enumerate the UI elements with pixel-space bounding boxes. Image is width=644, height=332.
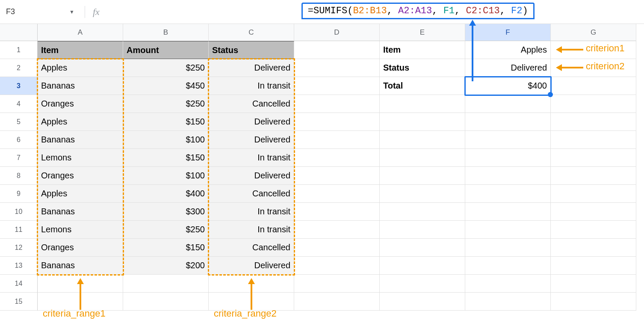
cell-F8[interactable]	[465, 167, 551, 185]
cell-F1[interactable]: Apples	[465, 41, 551, 59]
cell-D11[interactable]	[294, 221, 380, 239]
cell-B1[interactable]: Amount	[123, 41, 209, 59]
cell-E3[interactable]: Total	[380, 77, 465, 95]
cell-D2[interactable]	[294, 59, 380, 77]
cell-D15[interactable]	[294, 293, 380, 311]
cell-G14[interactable]	[551, 275, 636, 293]
cell-G4[interactable]	[551, 95, 636, 113]
cell-G15[interactable]	[551, 293, 636, 311]
cell-B4[interactable]: $250	[123, 95, 209, 113]
row-header-11[interactable]: 11	[0, 221, 38, 239]
cell-D8[interactable]	[294, 167, 380, 185]
cell-B15[interactable]	[123, 293, 209, 311]
cell-C7[interactable]: In transit	[209, 149, 294, 167]
row-header-3[interactable]: 3	[0, 77, 38, 95]
cell-A1[interactable]: Item	[38, 41, 123, 59]
cell-E2[interactable]: Status	[380, 59, 465, 77]
cell-C2[interactable]: Delivered	[209, 59, 294, 77]
cell-D13[interactable]	[294, 257, 380, 275]
cell-E11[interactable]	[380, 221, 465, 239]
cell-E10[interactable]	[380, 203, 465, 221]
row-header-9[interactable]: 9	[0, 185, 38, 203]
cell-B6[interactable]: $100	[123, 131, 209, 149]
cell-B12[interactable]: $150	[123, 239, 209, 257]
cell-F2[interactable]: Delivered	[465, 59, 551, 77]
cell-D5[interactable]	[294, 113, 380, 131]
row-header-12[interactable]: 12	[0, 239, 38, 257]
cell-C11[interactable]: In transit	[209, 221, 294, 239]
cell-F7[interactable]	[465, 149, 551, 167]
cell-F9[interactable]	[465, 185, 551, 203]
cell-A3[interactable]: Bananas	[38, 77, 123, 95]
cell-F3[interactable]: $400	[465, 77, 551, 95]
cell-C8[interactable]: Delivered	[209, 167, 294, 185]
cell-G3[interactable]	[551, 77, 636, 95]
cell-G2[interactable]	[551, 59, 636, 77]
col-header-F[interactable]: F	[465, 24, 551, 41]
cell-F13[interactable]	[465, 257, 551, 275]
cell-C15[interactable]	[209, 293, 294, 311]
cell-D14[interactable]	[294, 275, 380, 293]
row-header-4[interactable]: 4	[0, 95, 38, 113]
cell-C9[interactable]: Cancelled	[209, 185, 294, 203]
name-box-dropdown[interactable]: ▼	[67, 9, 77, 15]
cell-A7[interactable]: Lemons	[38, 149, 123, 167]
row-header-6[interactable]: 6	[0, 131, 38, 149]
cell-A9[interactable]: Apples	[38, 185, 123, 203]
row-header-1[interactable]: 1	[0, 41, 38, 59]
cell-E13[interactable]	[380, 257, 465, 275]
row-header-14[interactable]: 14	[0, 275, 38, 293]
cell-F5[interactable]	[465, 113, 551, 131]
cell-E8[interactable]	[380, 167, 465, 185]
cell-B11[interactable]: $250	[123, 221, 209, 239]
spreadsheet-grid[interactable]: A B C D E F G 1 Item Amount Status Item …	[0, 24, 644, 311]
cell-B13[interactable]: $200	[123, 257, 209, 275]
row-header-13[interactable]: 13	[0, 257, 38, 275]
cell-C5[interactable]: Delivered	[209, 113, 294, 131]
row-header-7[interactable]: 7	[0, 149, 38, 167]
row-header-10[interactable]: 10	[0, 203, 38, 221]
cell-F15[interactable]	[465, 293, 551, 311]
cell-E9[interactable]	[380, 185, 465, 203]
cell-A11[interactable]: Lemons	[38, 221, 123, 239]
col-header-C[interactable]: C	[209, 24, 294, 41]
cell-A15[interactable]	[38, 293, 123, 311]
cell-D7[interactable]	[294, 149, 380, 167]
cell-F12[interactable]	[465, 239, 551, 257]
cell-C1[interactable]: Status	[209, 41, 294, 59]
cell-F14[interactable]	[465, 275, 551, 293]
cell-C10[interactable]: In transit	[209, 203, 294, 221]
cell-A14[interactable]	[38, 275, 123, 293]
col-header-B[interactable]: B	[123, 24, 209, 41]
cell-D12[interactable]	[294, 239, 380, 257]
row-header-5[interactable]: 5	[0, 113, 38, 131]
cell-G5[interactable]	[551, 113, 636, 131]
cell-D3[interactable]	[294, 77, 380, 95]
cell-E1[interactable]: Item	[380, 41, 465, 59]
row-header-8[interactable]: 8	[0, 167, 38, 185]
cell-G6[interactable]	[551, 131, 636, 149]
cell-D9[interactable]	[294, 185, 380, 203]
cell-B14[interactable]	[123, 275, 209, 293]
select-all-corner[interactable]	[0, 24, 38, 41]
cell-F10[interactable]	[465, 203, 551, 221]
cell-A6[interactable]: Bananas	[38, 131, 123, 149]
cell-E7[interactable]	[380, 149, 465, 167]
cell-E6[interactable]	[380, 131, 465, 149]
cell-D4[interactable]	[294, 95, 380, 113]
cell-B9[interactable]: $400	[123, 185, 209, 203]
cell-C6[interactable]: Delivered	[209, 131, 294, 149]
col-header-A[interactable]: A	[38, 24, 123, 41]
cell-G12[interactable]	[551, 239, 636, 257]
cell-E15[interactable]	[380, 293, 465, 311]
cell-B3[interactable]: $450	[123, 77, 209, 95]
cell-A13[interactable]: Bananas	[38, 257, 123, 275]
cell-C13[interactable]: Delivered	[209, 257, 294, 275]
cell-F4[interactable]	[465, 95, 551, 113]
col-header-D[interactable]: D	[294, 24, 380, 41]
cell-A4[interactable]: Oranges	[38, 95, 123, 113]
cell-A2[interactable]: Apples	[38, 59, 123, 77]
cell-G10[interactable]	[551, 203, 636, 221]
cell-C12[interactable]: Cancelled	[209, 239, 294, 257]
cell-D6[interactable]	[294, 131, 380, 149]
